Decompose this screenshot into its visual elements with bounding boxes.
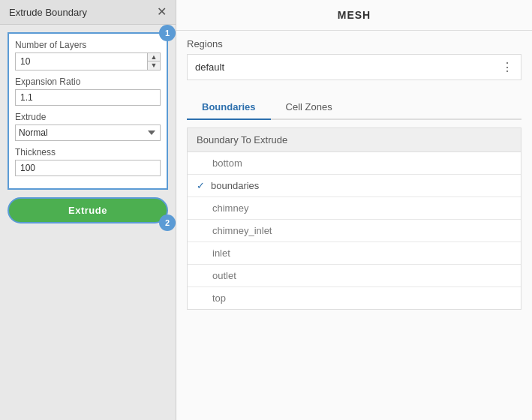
boundary-item-inlet-label: inlet [212, 248, 230, 259]
spinner-up-button[interactable]: ▲ [148, 53, 160, 62]
boundary-item-chimney-inlet-label: chimney_inlet [212, 225, 272, 236]
extrude-button[interactable]: Extrude [8, 197, 168, 224]
number-of-layers-input-row: ▲ ▼ [15, 52, 161, 70]
extrude-select[interactable]: Normal Tangential Radial [15, 124, 161, 141]
boundary-item-outlet[interactable]: outlet [188, 265, 521, 287]
tab-cell-zones[interactable]: Cell Zones [271, 95, 347, 120]
boundary-box: Boundary To Extrude bottom ✓ boundaries … [187, 128, 521, 310]
boundary-item-outlet-label: outlet [212, 270, 236, 281]
regions-item: default ⋮ [187, 54, 521, 80]
step-badge-1: 1 [159, 25, 176, 41]
number-of-layers-label: Number of Layers [15, 40, 161, 50]
boundary-item-chimney[interactable]: chimney [188, 197, 521, 220]
boundary-item-boundaries[interactable]: ✓ boundaries [188, 175, 521, 197]
panel-title: Extrude Boundary [9, 7, 87, 18]
regions-item-menu-button[interactable]: ⋮ [501, 60, 513, 74]
expansion-ratio-label: Expansion Ratio [15, 76, 161, 87]
boundary-item-chimney-inlet[interactable]: chimney_inlet [188, 220, 521, 242]
boundary-header: Boundary To Extrude [188, 128, 521, 152]
number-of-layers-input[interactable] [15, 52, 148, 70]
expansion-ratio-group: Expansion Ratio [15, 76, 161, 106]
boundary-item-bottom[interactable]: bottom [188, 152, 521, 175]
right-panel: MESH Regions default ⋮ Boundaries Cell Z… [176, 0, 532, 420]
thickness-label: Thickness [15, 147, 161, 158]
tab-boundaries[interactable]: Boundaries [187, 95, 271, 120]
extrude-button-container: Extrude 2 [8, 197, 168, 224]
number-of-layers-spinner: ▲ ▼ [148, 52, 161, 70]
extrude-group: Extrude Normal Tangential Radial [15, 112, 161, 141]
regions-section: Regions default ⋮ [176, 31, 532, 88]
spinner-down-button[interactable]: ▼ [148, 62, 160, 70]
boundary-item-chimney-label: chimney [212, 202, 248, 214]
boundary-item-bottom-label: bottom [212, 158, 242, 169]
step-badge-2: 2 [159, 214, 176, 231]
tabs-row: Boundaries Cell Zones [187, 95, 521, 120]
extrude-label: Extrude [15, 112, 161, 122]
regions-label: Regions [187, 38, 521, 50]
thickness-input[interactable] [15, 160, 161, 176]
form-container: 1 Number of Layers ▲ ▼ Expansion Ratio E… [8, 32, 168, 190]
boundary-item-top[interactable]: top [188, 287, 521, 309]
thickness-group: Thickness [15, 147, 161, 176]
panel-header: Extrude Boundary ✕ [0, 0, 176, 25]
boundary-section: Boundary To Extrude bottom ✓ boundaries … [187, 128, 521, 412]
right-header-title: MESH [176, 0, 532, 31]
close-button[interactable]: ✕ [157, 6, 167, 18]
number-of-layers-group: Number of Layers ▲ ▼ [15, 40, 161, 70]
boundary-item-inlet[interactable]: inlet [188, 242, 521, 265]
boundary-item-top-label: top [212, 292, 226, 304]
expansion-ratio-input[interactable] [15, 89, 161, 106]
left-panel: Extrude Boundary ✕ 1 Number of Layers ▲ … [0, 0, 176, 420]
boundary-item-boundaries-label: boundaries [211, 180, 259, 191]
check-icon-boundaries: ✓ [197, 180, 205, 191]
regions-item-name: default [195, 62, 224, 73]
